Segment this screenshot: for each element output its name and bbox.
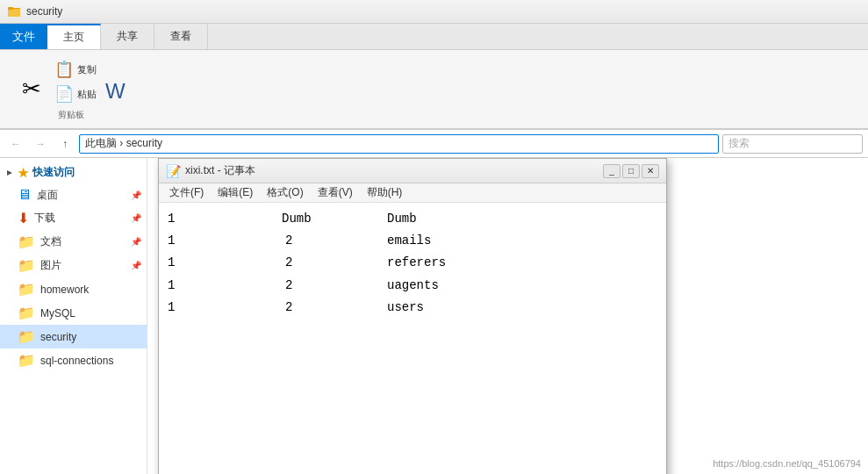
svg-marker-3	[7, 170, 12, 176]
pin-icon-desktop: 📌	[131, 190, 141, 200]
address-path[interactable]: 此电脑 › security	[79, 134, 719, 154]
search-box[interactable]: 搜索	[722, 134, 863, 154]
close-button[interactable]: ✕	[642, 164, 659, 178]
word-icon: W	[105, 79, 126, 104]
sidebar-item-homework[interactable]: 📁 homework	[0, 277, 147, 301]
sidebar-item-mysql[interactable]: 📁 MySQL	[0, 301, 147, 325]
pictures-folder-icon: 📁	[18, 257, 35, 274]
title-bar-text: security	[26, 5, 62, 18]
minimize-button[interactable]: _	[603, 164, 621, 178]
ribbon-content: ✂ 📋 复制 📄 粘贴	[0, 50, 868, 129]
sidebar-item-sql-connections[interactable]: 📁 sql-connections	[0, 348, 147, 372]
svg-rect-2	[8, 7, 13, 10]
paste-button[interactable]: 📄 粘贴	[51, 83, 100, 105]
menu-view[interactable]: 查看(V)	[311, 183, 360, 202]
up-button[interactable]: ↑	[54, 133, 75, 154]
tab-share[interactable]: 共享	[101, 24, 154, 49]
pin-icon-documents: 📌	[131, 237, 141, 247]
content-panel: 📝 xixi.txt - 记事本 _ □ ✕ 文件(F) 编辑(E) 格式(O)…	[147, 158, 868, 474]
mysql-folder-icon: 📁	[18, 305, 35, 321]
quick-access-header[interactable]: ★ 快速访问	[0, 162, 147, 183]
menu-file[interactable]: 文件(F)	[162, 183, 211, 202]
ribbon-tabs: 文件 主页 共享 查看	[0, 24, 868, 50]
downloads-folder-icon: ⬇	[18, 210, 29, 226]
cut-button[interactable]: ✂	[16, 74, 47, 105]
notepad-window: 📝 xixi.txt - 记事本 _ □ ✕ 文件(F) 编辑(E) 格式(O)…	[158, 158, 667, 474]
notepad-titlebar: 📝 xixi.txt - 记事本 _ □ ✕	[159, 159, 666, 183]
security-folder-icon: 📁	[18, 328, 35, 345]
forward-button[interactable]: →	[30, 133, 51, 154]
menu-format[interactable]: 格式(O)	[260, 183, 310, 202]
notepad-content[interactable]: 1 Dumb Dumb 1 2 emails	[159, 203, 666, 474]
notepad-row-4: 1 2 uagents	[168, 275, 657, 297]
back-button[interactable]: ←	[5, 133, 26, 154]
menu-edit[interactable]: 编辑(E)	[211, 183, 260, 202]
quick-access-section: ★ 快速访问 🖥 桌面 📌 ⬇ 下载 📌 📁 文档 📌	[0, 162, 147, 372]
pin-icon-pictures: 📌	[131, 261, 141, 270]
scissors-icon: ✂	[18, 75, 46, 104]
homework-folder-icon: 📁	[18, 281, 35, 298]
sidebar-item-desktop[interactable]: 🖥 桌面 📌	[0, 183, 147, 206]
notepad-menubar: 文件(F) 编辑(E) 格式(O) 查看(V) 帮助(H)	[159, 183, 666, 203]
menu-help[interactable]: 帮助(H)	[360, 183, 410, 202]
sidebar: ★ 快速访问 🖥 桌面 📌 ⬇ 下载 📌 📁 文档 📌	[0, 158, 147, 474]
folder-title-icon	[7, 4, 21, 18]
explorer-window: security 文件 主页 共享 查看 ✂	[0, 0, 868, 474]
tab-view[interactable]: 查看	[154, 24, 208, 49]
copy-icon: 📋	[54, 60, 74, 79]
star-icon: ★	[18, 166, 29, 180]
main-area: ★ 快速访问 🖥 桌面 📌 ⬇ 下载 📌 📁 文档 📌	[0, 158, 868, 474]
sql-connections-folder-icon: 📁	[18, 352, 35, 369]
documents-folder-icon: 📁	[18, 233, 35, 250]
title-bar: security	[0, 0, 868, 24]
tab-file[interactable]: 文件	[0, 24, 47, 49]
notepad-title: xixi.txt - 记事本	[185, 163, 603, 178]
expand-icon	[5, 169, 14, 177]
sidebar-item-security[interactable]: 📁 security	[0, 325, 147, 348]
paste-icon: 📄	[54, 84, 74, 104]
tab-home[interactable]: 主页	[47, 24, 101, 49]
notepad-controls: _ □ ✕	[603, 164, 659, 178]
svg-rect-1	[8, 9, 20, 17]
copy-label: 复制	[77, 63, 97, 76]
ribbon-group-clipboard: ✂ 📋 复制 📄 粘贴	[7, 54, 136, 125]
sidebar-item-downloads[interactable]: ⬇ 下载 📌	[0, 206, 147, 230]
notepad-row-1: 1 Dumb Dumb	[168, 208, 657, 230]
maximize-button[interactable]: □	[622, 164, 640, 178]
watermark: https://blog.csdn.net/qq_45106794	[713, 458, 861, 469]
word-button[interactable]: W	[104, 77, 127, 105]
notepad-row-5: 1 2 users	[168, 297, 657, 319]
ribbon: 文件 主页 共享 查看 ✂	[0, 24, 868, 130]
paste-label: 粘贴	[77, 88, 97, 101]
sidebar-item-documents[interactable]: 📁 文档 📌	[0, 230, 147, 254]
notepad-icon: 📝	[166, 164, 180, 178]
clipboard-group-label: 剪贴板	[58, 109, 84, 121]
notepad-row-3: 1 2 referers	[168, 252, 657, 274]
desktop-folder-icon: 🖥	[18, 187, 32, 203]
sidebar-item-pictures[interactable]: 📁 图片 📌	[0, 254, 147, 277]
copy-button[interactable]: 📋 复制	[51, 58, 100, 81]
notepad-row-2: 1 2 emails	[168, 230, 657, 252]
address-bar: ← → ↑ 此电脑 › security 搜索	[0, 130, 868, 158]
pin-icon-downloads: 📌	[131, 213, 141, 223]
